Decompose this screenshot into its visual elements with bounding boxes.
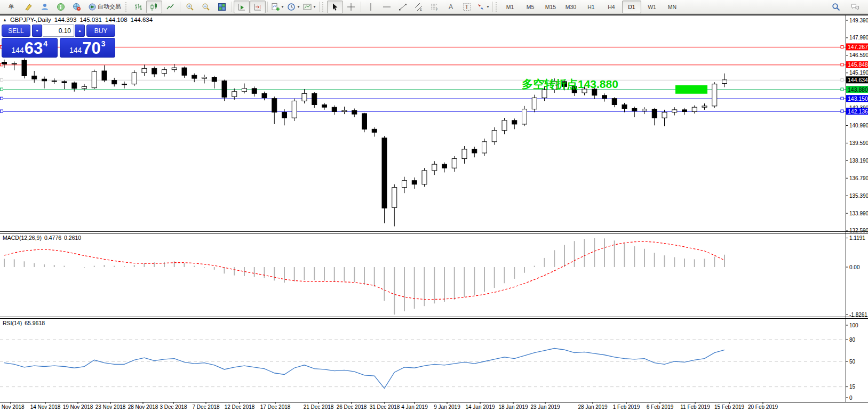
candle-body: [92, 71, 97, 88]
candle-body: [22, 60, 27, 76]
text-label-button[interactable]: T: [459, 1, 475, 13]
sell-button[interactable]: SELL: [2, 25, 30, 37]
panel-separator[interactable]: [0, 231, 868, 232]
panel-separator[interactable]: [0, 317, 868, 317]
timeframe-m15-button[interactable]: M15: [541, 1, 560, 13]
highlight-rectangle[interactable]: [675, 85, 707, 94]
candlestick-chart-button[interactable]: [146, 1, 162, 13]
candle-body: [522, 109, 527, 124]
fibonacci-button[interactable]: F: [427, 1, 443, 13]
panel-separator[interactable]: [0, 233, 868, 233]
chat-button[interactable]: [847, 1, 863, 13]
text-button[interactable]: A: [443, 1, 459, 13]
timeframe-m30-button[interactable]: M30: [561, 1, 580, 13]
line-chart-icon: [166, 3, 174, 11]
search-button[interactable]: [828, 1, 844, 13]
candle-body: [62, 82, 67, 83]
level-right-marker[interactable]: [841, 88, 843, 91]
timeframe-m1-button[interactable]: M1: [500, 1, 520, 13]
candle-body: [182, 68, 187, 75]
price-tick-label: 132.590: [849, 228, 868, 233]
candle-body: [302, 93, 307, 101]
timeframe-h4-button[interactable]: H4: [602, 1, 621, 13]
styler-button[interactable]: [21, 1, 37, 13]
chart-title: ▲ GBPJPY-,Daily 144.393 145.031 144.108 …: [3, 17, 153, 23]
chart-shift-button[interactable]: [250, 1, 266, 13]
level-right-marker[interactable]: [841, 97, 843, 100]
candle-body: [422, 171, 427, 184]
candle-body: [662, 112, 667, 118]
candle-body: [372, 129, 377, 132]
price-axis[interactable]: 149.390147.990146.590145.190143.790142.3…: [846, 18, 868, 401]
cursor-button[interactable]: [327, 1, 343, 13]
community-button[interactable]: [37, 1, 53, 13]
level-left-marker[interactable]: [1, 88, 3, 91]
collapse-panel-icon[interactable]: ▲: [3, 18, 7, 22]
buy-button[interactable]: BUY: [86, 25, 115, 37]
price-tick-label: 145.190: [849, 70, 868, 76]
horizontal-line-button[interactable]: [379, 1, 395, 13]
volume-input[interactable]: 0.10: [43, 25, 74, 37]
channel-button[interactable]: E: [411, 1, 427, 13]
line-chart-button[interactable]: [162, 1, 178, 13]
cursor-icon: [331, 3, 339, 11]
timeframe-h1-button[interactable]: H1: [582, 1, 601, 13]
new-order-button[interactable]: 单: [2, 1, 21, 13]
tile-windows-button[interactable]: [214, 1, 230, 13]
chart-canvas[interactable]: 多空转折点143.880149.390147.990146.590145.190…: [0, 0, 868, 411]
level-right-marker[interactable]: [841, 78, 843, 81]
ask-sup: 3: [101, 39, 106, 48]
vertical-line-button[interactable]: [363, 1, 379, 13]
rsi-indicator-label: RSI(14)65.9618: [3, 320, 45, 326]
fibonacci-icon: F: [431, 3, 439, 11]
candle-body: [322, 104, 327, 107]
crosshair-icon: [347, 3, 355, 11]
trendline-button[interactable]: [395, 1, 411, 13]
crosshair-button[interactable]: [343, 1, 359, 13]
candle-body: [632, 109, 637, 111]
candle-body: [452, 159, 457, 168]
macd-scale-label: 0.00: [849, 264, 860, 270]
auto-scroll-button[interactable]: [234, 1, 250, 13]
candle-body: [42, 79, 47, 81]
level-right-marker[interactable]: [841, 110, 843, 112]
period-clock-button[interactable]: ▾: [285, 1, 301, 13]
volume-decrease-button[interactable]: ▼: [32, 25, 42, 37]
candle-body: [162, 70, 167, 74]
candle-body: [12, 63, 17, 64]
shapes-button[interactable]: ▾: [475, 1, 491, 13]
level-left-marker[interactable]: [1, 78, 3, 81]
time-tick-label: 21 Dec 2018: [304, 404, 334, 410]
zoom-in-button[interactable]: [182, 1, 198, 13]
timeframe-m5-button[interactable]: M5: [521, 1, 540, 13]
time-tick-label: 26 Dec 2018: [337, 404, 367, 410]
candle-body: [602, 95, 607, 99]
market-button[interactable]: [69, 1, 85, 13]
time-axis-line: [0, 402, 868, 402]
candle-body: [232, 92, 237, 96]
time-tick-label: 11 Feb 2019: [680, 404, 710, 410]
autotrade-button[interactable]: 自动交易: [85, 1, 124, 13]
level-right-marker[interactable]: [841, 63, 843, 66]
add-indicator-button[interactable]: ▾: [269, 1, 285, 13]
chart-template-button[interactable]: ▾: [301, 1, 317, 13]
candle-body: [612, 99, 617, 105]
auto-scroll-icon: [237, 3, 246, 11]
zoom-out-button[interactable]: [198, 1, 214, 13]
candle-body: [202, 77, 207, 78]
timeframe-mn-button[interactable]: MN: [663, 1, 682, 13]
pivot-annotation-text[interactable]: 多空转折点143.880: [522, 78, 618, 91]
level-left-marker[interactable]: [1, 110, 3, 112]
timeframe-d1-button[interactable]: D1: [622, 1, 641, 13]
panel-separator[interactable]: [0, 318, 868, 319]
level-right-marker[interactable]: [841, 45, 843, 48]
bar-chart-button[interactable]: [130, 1, 146, 13]
time-axis[interactable]: 9 Nov 201814 Nov 201819 Nov 201823 Nov 2…: [0, 402, 778, 410]
candle-body: [82, 86, 87, 88]
volume-increase-button[interactable]: ▲: [75, 25, 85, 37]
info-button[interactable]: [53, 1, 69, 13]
level-left-marker[interactable]: [1, 97, 3, 100]
macd-main-value: 0.4776: [44, 235, 61, 241]
svg-text:E: E: [420, 8, 422, 11]
timeframe-w1-button[interactable]: W1: [642, 1, 662, 13]
